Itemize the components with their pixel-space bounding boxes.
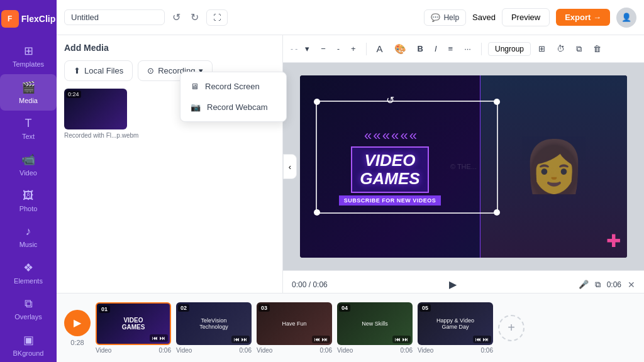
timeline-clip-2[interactable]: 02 TeleVisionTechnology ⏮ ⏭ Video 0:06 xyxy=(176,302,252,354)
clip-duration-1: 0:06 xyxy=(159,347,171,354)
timeline-clip-1[interactable]: 01 VIDEOGAMES ⏮ ⏭ Video 0:06 xyxy=(96,302,171,354)
sidebar-item-label: Text xyxy=(22,133,35,140)
local-files-label: Local Files xyxy=(84,66,123,75)
editor-toolbar: - - ▾ − - + A 🎨 B I ≡ ··· Ungroup ⊞ ⏱ xyxy=(283,35,644,63)
video-canvas: ↺ « « « « « « VIDEO GAMES SUBSCRIBE FOR … xyxy=(300,75,627,258)
layers-button[interactable]: ⧉ xyxy=(572,41,586,57)
recording-icon: ⊙ xyxy=(147,66,154,75)
plus-button[interactable]: + xyxy=(347,41,360,56)
timeline-clip-4[interactable]: 04 New Skills ⏮ ⏭ Video 0:06 xyxy=(337,302,413,354)
clip-label-row-3: Video 0:06 xyxy=(257,347,332,354)
clip-type-4: Video xyxy=(337,347,353,354)
clip-thumb-1: 01 VIDEOGAMES ⏮ ⏭ xyxy=(96,302,171,345)
font-size-dropdown[interactable]: ▾ xyxy=(301,41,313,56)
clip-type-1: Video xyxy=(96,347,111,354)
panel-title: Add Media xyxy=(64,43,275,53)
clip-badge-5: 05 xyxy=(419,304,431,312)
redo-button[interactable]: ↻ xyxy=(188,9,201,26)
timeline-duration: 0:28 xyxy=(70,339,84,346)
main-content: ↺ ↻ ⛶ 💬 Help Saved Preview Export → 👤 Ad… xyxy=(57,0,644,362)
color-button[interactable]: 🎨 xyxy=(391,41,410,57)
sidebar-item-video[interactable]: 📹 Video xyxy=(0,146,57,183)
delete-button[interactable]: 🗑 xyxy=(589,41,605,56)
templates-icon: ⊞ xyxy=(24,44,33,58)
thumb-image: 0:24 xyxy=(64,89,127,129)
sidebar-item-media[interactable]: 🎬 Media xyxy=(0,74,57,111)
grid-button[interactable]: ⊞ xyxy=(535,41,549,56)
sidebar-item-music[interactable]: ♪ Music xyxy=(0,219,57,255)
game-right-panel: 👩 ✚ xyxy=(480,75,627,258)
record-screen-item[interactable]: 🖥 Record Screen xyxy=(180,76,286,97)
clip-badge-4: 04 xyxy=(339,304,350,312)
clip-nav-3: ⏮ ⏭ xyxy=(312,336,330,343)
sidebar-item-text[interactable]: T Text xyxy=(0,111,57,146)
sidebar-item-photo[interactable]: 🖼 Photo xyxy=(0,183,57,219)
overlays-icon: ⧉ xyxy=(25,297,33,310)
font-letter-button[interactable]: A xyxy=(373,41,387,57)
local-files-button[interactable]: ⬆ Local Files xyxy=(64,60,133,81)
sidebar: F FlexClip ⊞ Templates 🎬 Media T Text 📹 … xyxy=(0,0,57,362)
dash-label: - - xyxy=(291,45,297,53)
timeline: ▶ 0:28 01 VIDEOGAMES ⏮ ⏭ Video 0:06 xyxy=(57,293,644,362)
sidebar-item-bkground[interactable]: ▣ BKground xyxy=(0,327,57,362)
font-size-value: - xyxy=(333,42,343,56)
bold-button[interactable]: B xyxy=(414,41,427,56)
project-title-input[interactable] xyxy=(64,9,165,25)
preview-button[interactable]: Preview xyxy=(502,8,550,26)
clip-thumb-4: 04 New Skills ⏮ ⏭ xyxy=(337,302,413,345)
export-button[interactable]: Export → xyxy=(556,9,610,26)
timeline-clip-5[interactable]: 05 Happy & VideoGame Day ⏮ ⏭ Video 0:06 xyxy=(418,302,493,354)
bkground-icon: ▣ xyxy=(23,333,34,347)
record-webcam-item[interactable]: 📷 Record Webcam xyxy=(180,97,286,118)
help-button[interactable]: 💬 Help xyxy=(424,9,466,26)
sidebar-item-elements[interactable]: ❖ Elements xyxy=(0,255,57,291)
timeline-play-area: ▶ 0:28 xyxy=(64,310,91,346)
content-area: Add Media ⬆ Local Files ⊙ Recording ▾ xyxy=(57,35,644,293)
clip-thumb-3: 03 Have Fun ⏮ ⏭ xyxy=(257,302,332,345)
sidebar-item-templates[interactable]: ⊞ Templates xyxy=(0,38,57,74)
gamer-silhouette: 👩 xyxy=(523,137,586,196)
timeline-play-button[interactable]: ▶ xyxy=(64,310,91,336)
clip-badge-1: 01 xyxy=(99,305,110,313)
sidebar-item-label: Video xyxy=(19,169,37,177)
webcam-icon: 📷 xyxy=(191,102,201,112)
clip-thumb-2: 02 TeleVisionTechnology ⏮ ⏭ xyxy=(176,302,252,345)
clip-badge-3: 03 xyxy=(258,304,270,312)
clip-label-row-2: Video 0:06 xyxy=(176,347,252,354)
line-height-button[interactable]: ≡ xyxy=(445,41,457,56)
gamer-image: 👩 xyxy=(480,75,627,258)
upload-icon: ⬆ xyxy=(74,66,80,75)
more-options-button[interactable]: ··· xyxy=(460,41,475,56)
minus-button[interactable]: − xyxy=(317,41,330,56)
clip-badge-2: 02 xyxy=(178,304,189,312)
clock-button[interactable]: ⏱ xyxy=(553,41,569,56)
subscribe-text: SUBSCRIBE FOR NEW VIDEOS xyxy=(339,195,441,206)
close-video-button[interactable]: ✕ xyxy=(628,280,635,290)
record-webcam-label: Record Webcam xyxy=(207,102,268,112)
topbar-actions: 💬 Help Saved Preview Export → 👤 xyxy=(424,8,636,28)
clip-duration-4: 0:06 xyxy=(401,347,413,354)
play-button[interactable]: ▶ xyxy=(443,275,462,293)
arrows-decoration: « « « « « « xyxy=(364,128,416,144)
sidebar-item-label: BKground xyxy=(13,349,44,357)
ungroup-button[interactable]: Ungroup xyxy=(488,42,531,56)
undo-button[interactable]: ↺ xyxy=(170,9,183,26)
sidebar-item-overlays[interactable]: ⧉ Overlays xyxy=(0,291,57,327)
game-title-line1: VIDEO xyxy=(360,151,419,170)
sidebar-item-label: Templates xyxy=(13,60,44,68)
add-clip-button[interactable]: + xyxy=(498,315,525,341)
media-thumbnail[interactable]: 0:24 xyxy=(64,89,127,129)
topbar: ↺ ↻ ⛶ 💬 Help Saved Preview Export → 👤 xyxy=(57,0,644,35)
sidebar-item-label: Music xyxy=(19,241,38,248)
user-avatar[interactable]: 👤 xyxy=(616,8,636,28)
fullscreen-button[interactable]: ⛶ xyxy=(206,9,228,26)
clip-duration-5: 0:06 xyxy=(481,347,493,354)
photo-icon: 🖼 xyxy=(23,189,34,202)
media-icon: 🎬 xyxy=(21,80,35,94)
canvas-area: ‹ ↺ « « « « « « VIDEO GAMES SUBSCRIBE xyxy=(283,63,644,270)
canvas-watermark: © THE... xyxy=(450,163,477,170)
playback-bar: 0:00 / 0:06 ▶ 🎤 ⧉ 0:06 ✕ xyxy=(283,270,644,293)
italic-button[interactable]: I xyxy=(431,41,441,56)
collapse-panel-button[interactable]: ‹ xyxy=(283,154,297,179)
timeline-clip-3[interactable]: 03 Have Fun ⏮ ⏭ Video 0:06 xyxy=(257,302,332,354)
